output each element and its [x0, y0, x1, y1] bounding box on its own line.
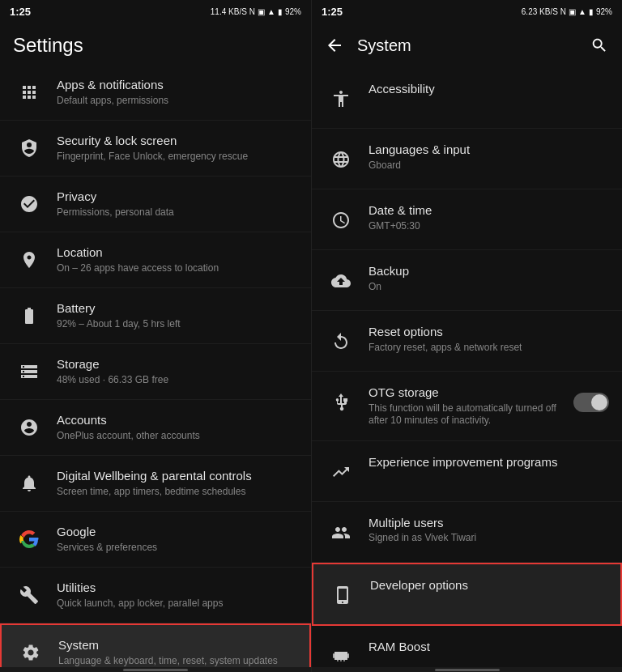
- otg-text: OTG storage This function will be automa…: [369, 385, 567, 427]
- settings-item-storage[interactable]: Storage 48% used · 66.33 GB free: [0, 344, 311, 400]
- apps-title: Apps & notifications: [57, 77, 298, 93]
- location-subtitle: On – 26 apps have access to location: [57, 262, 298, 275]
- right-home-indicator: [435, 669, 500, 671]
- accounts-subtitle: OnePlus account, other accounts: [57, 430, 298, 443]
- reset-text: Reset options Factory reset, apps & netw…: [369, 324, 609, 354]
- wifi-icon: ▲: [267, 7, 275, 16]
- volte-icon: ▣: [258, 7, 265, 16]
- location-text: Location On – 26 apps have access to loc…: [57, 245, 298, 274]
- search-button[interactable]: [583, 29, 616, 62]
- settings-list: Apps & notifications Default apps, permi…: [0, 65, 311, 667]
- wellbeing-title: Digital Wellbeing & parental controls: [57, 468, 298, 484]
- settings-item-accounts[interactable]: Accounts OnePlus account, other accounts: [0, 400, 311, 456]
- system-text: System Language & keyboard, time, reset,…: [58, 637, 296, 667]
- battery-percent: 92%: [285, 7, 301, 16]
- privacy-icon: [13, 188, 45, 220]
- backup-text: Backup On: [369, 263, 609, 293]
- battery-settings-icon: [13, 300, 45, 332]
- left-phone-panel: 1:25 11.4 KB/S N ▣ ▲ ▮ 92% Settings Apps…: [0, 0, 311, 672]
- settings-item-apps[interactable]: Apps & notifications Default apps, permi…: [0, 65, 311, 121]
- users-icon: [325, 517, 357, 549]
- settings-item-privacy[interactable]: Privacy Permissions, personal data: [0, 177, 311, 232]
- settings-header: Settings: [0, 23, 311, 65]
- google-subtitle: Services & preferences: [57, 542, 298, 555]
- utilities-text: Utilities Quick launch, app locker, para…: [57, 580, 298, 610]
- settings-item-system[interactable]: System Language & keyboard, time, reset,…: [0, 623, 311, 667]
- languages-subtitle: Gboard: [369, 159, 609, 172]
- users-text: Multiple users Signed in as Vivek Tiwari: [369, 515, 609, 545]
- otg-subtitle: This function will be automatically turn…: [369, 402, 567, 427]
- system-item-reset[interactable]: Reset options Factory reset, apps & netw…: [312, 311, 622, 372]
- settings-item-google[interactable]: Google Services & preferences: [0, 512, 311, 568]
- back-button[interactable]: [318, 29, 351, 62]
- datetime-text: Date & time GMT+05:30: [369, 202, 609, 232]
- system-item-users[interactable]: Multiple users Signed in as Vivek Tiwari: [312, 502, 622, 563]
- reset-icon: [325, 325, 357, 358]
- system-list: Accessibility Languages & input Gboard D…: [312, 68, 622, 667]
- settings-item-location[interactable]: Location On – 26 apps have access to loc…: [0, 232, 311, 288]
- experience-icon: [325, 456, 357, 488]
- languages-text: Languages & input Gboard: [369, 142, 609, 172]
- accounts-title: Accounts: [57, 412, 298, 428]
- datetime-subtitle: GMT+05:30: [369, 220, 609, 233]
- settings-item-utilities[interactable]: Utilities Quick launch, app locker, para…: [0, 568, 311, 623]
- location-title: Location: [57, 245, 298, 261]
- backup-icon: [325, 265, 357, 297]
- svg-rect-0: [333, 653, 334, 658]
- battery-subtitle: 92% – About 1 day, 5 hrs left: [57, 318, 298, 331]
- backup-subtitle: On: [369, 281, 609, 294]
- reset-title: Reset options: [369, 324, 609, 340]
- apps-icon: [13, 76, 45, 108]
- svg-rect-1: [347, 653, 349, 658]
- settings-item-battery[interactable]: Battery 92% – About 1 day, 5 hrs left: [0, 288, 311, 344]
- right-panel-title: System: [351, 36, 583, 55]
- system-icon: [15, 636, 47, 667]
- developer-text: Developer options: [370, 577, 607, 593]
- right-wifi-icon: ▲: [578, 7, 586, 16]
- security-title: Security & lock screen: [57, 133, 298, 149]
- system-item-backup[interactable]: Backup On: [312, 250, 622, 311]
- storage-icon: [13, 355, 45, 388]
- settings-title: Settings: [13, 34, 298, 57]
- system-item-languages[interactable]: Languages & input Gboard: [312, 129, 622, 189]
- wellbeing-icon: [13, 467, 45, 500]
- privacy-subtitle: Permissions, personal data: [57, 206, 298, 219]
- datetime-icon: [325, 204, 357, 236]
- languages-title: Languages & input: [369, 142, 609, 158]
- network-speed: 11.4 KB/S: [211, 7, 247, 16]
- backup-title: Backup: [369, 263, 609, 279]
- right-volte-icon: ▣: [569, 7, 576, 16]
- accessibility-text: Accessibility: [369, 81, 609, 97]
- storage-subtitle: 48% used · 66.33 GB free: [57, 374, 298, 387]
- accessibility-icon: [325, 83, 357, 115]
- toggle-knob: [591, 394, 607, 410]
- right-status-icons: 6.23 KB/S N ▣ ▲ ▮ 92%: [522, 7, 612, 16]
- system-item-datetime[interactable]: Date & time GMT+05:30: [312, 189, 622, 250]
- left-status-icons: 11.4 KB/S N ▣ ▲ ▮ 92%: [211, 7, 301, 16]
- otg-toggle[interactable]: [573, 393, 609, 412]
- utilities-icon: [13, 579, 45, 611]
- security-text: Security & lock screen Fingerprint, Face…: [57, 133, 298, 163]
- right-status-bar: 1:25 6.23 KB/S N ▣ ▲ ▮ 92%: [312, 0, 622, 23]
- battery-title: Battery: [57, 300, 298, 317]
- privacy-text: Privacy Permissions, personal data: [57, 189, 298, 219]
- right-battery-icon: ▮: [589, 7, 594, 16]
- system-item-developer[interactable]: Developer options: [312, 563, 622, 626]
- privacy-title: Privacy: [57, 189, 298, 205]
- system-item-accessibility[interactable]: Accessibility: [312, 68, 622, 129]
- home-indicator: [123, 669, 188, 671]
- left-bottom-bar: [0, 667, 311, 672]
- language-icon: [325, 143, 357, 176]
- users-subtitle: Signed in as Vivek Tiwari: [369, 532, 609, 545]
- settings-item-security[interactable]: Security & lock screen Fingerprint, Face…: [0, 121, 311, 177]
- system-item-experience[interactable]: Experience improvement programs: [312, 441, 622, 502]
- right-battery-percent: 92%: [596, 7, 612, 16]
- system-item-ramboost[interactable]: RAM Boost: [312, 626, 622, 667]
- google-title: Google: [57, 524, 298, 540]
- system-item-otg[interactable]: OTG storage This function will be automa…: [312, 372, 622, 441]
- settings-item-wellbeing[interactable]: Digital Wellbeing & parental controls Sc…: [0, 456, 311, 512]
- ramboost-title: RAM Boost: [369, 639, 609, 655]
- battery-icon: ▮: [278, 7, 283, 16]
- right-bottom-bar: [312, 667, 622, 672]
- location-icon: [13, 244, 45, 276]
